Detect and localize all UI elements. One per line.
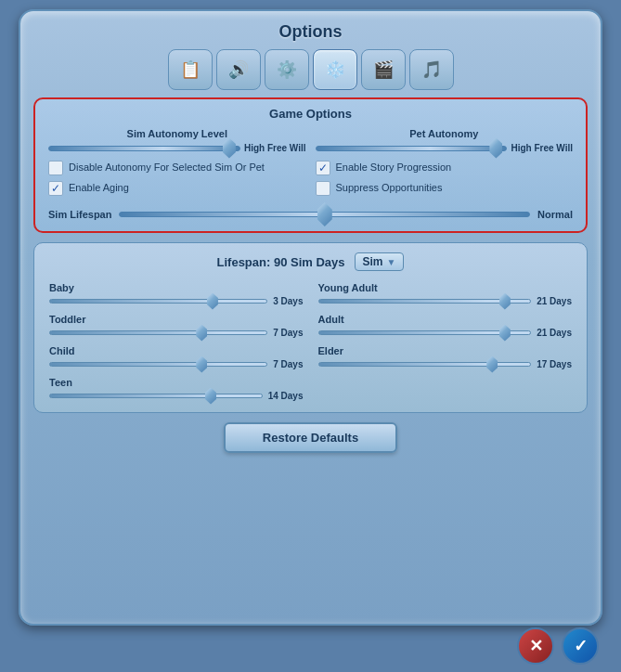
age-days-adult: 21 Days — [537, 328, 572, 338]
go-col-left: Sim Autonomy Level High Free Will Disabl… — [48, 128, 306, 201]
age-days-child: 7 Days — [273, 359, 303, 369]
sim-lifespan-label: Sim Lifespan — [48, 209, 111, 220]
age-name-young-adult: Young Adult — [318, 282, 573, 293]
age-slider-adult: 21 Days — [318, 328, 573, 338]
sim-dropdown[interactable]: Sim ▼ — [355, 252, 405, 271]
pet-autonomy-track[interactable] — [316, 146, 508, 151]
game-options-title: Game Options — [48, 107, 573, 121]
age-thumb-teen[interactable] — [205, 388, 216, 405]
age-item-empty — [318, 377, 573, 401]
tab-general[interactable]: 📋 — [168, 49, 213, 90]
age-name-elder: Elder — [318, 345, 573, 356]
cancel-button[interactable]: ✕ — [517, 627, 554, 665]
age-item-adult: Adult 21 Days — [318, 314, 573, 338]
pet-autonomy-value: High Free Will — [511, 143, 573, 153]
enable-story-checkbox[interactable]: ✓ — [316, 161, 330, 175]
sim-autonomy-slider-row: High Free Will — [48, 143, 306, 153]
title-bar: Options — [20, 11, 601, 49]
age-slider-teen: 14 Days — [49, 391, 304, 401]
page-title: Options — [279, 22, 343, 41]
age-thumb-young-adult[interactable] — [499, 293, 511, 310]
age-thumb-adult[interactable] — [499, 325, 511, 342]
age-name-toddler: Toddler — [49, 314, 304, 325]
age-item-toddler: Toddler 7 Days — [49, 314, 304, 338]
lifespan-header: Lifespan: 90 Sim Days Sim ▼ — [49, 252, 572, 271]
age-days-young-adult: 21 Days — [537, 296, 572, 306]
disable-autonomy-checkbox[interactable] — [48, 161, 63, 175]
tab-bar: 📋 🔊 ⚙️ ❄️ 🎬 🎵 — [20, 49, 601, 97]
age-slider-elder: 17 Days — [318, 359, 573, 369]
age-thumb-toddler[interactable] — [196, 325, 207, 342]
age-track-elder[interactable] — [318, 362, 532, 367]
age-thumb-child[interactable] — [196, 356, 207, 373]
age-item-baby: Baby 3 Days — [49, 282, 304, 306]
cancel-icon: ✕ — [529, 636, 543, 656]
age-item-teen: Teen 14 Days — [49, 377, 304, 401]
tab-snowflake[interactable]: ❄️ — [313, 49, 357, 90]
tab-settings[interactable]: ⚙️ — [265, 49, 309, 90]
sim-autonomy-thumb[interactable] — [223, 138, 236, 159]
age-name-baby: Baby — [49, 282, 304, 293]
sim-lifespan-value: Normal — [537, 209, 573, 220]
confirm-button[interactable]: ✓ — [562, 627, 599, 665]
main-panel: Options 📋 🔊 ⚙️ ❄️ 🎬 🎵 Game Options Sim A… — [19, 9, 602, 626]
disable-autonomy-label: Disable Autonomy For Selected Sim Or Pet — [69, 161, 265, 174]
age-track-toddler[interactable] — [49, 330, 267, 335]
age-track-young-adult[interactable] — [318, 299, 532, 304]
restore-defaults-button[interactable]: Restore Defaults — [224, 422, 397, 453]
age-days-elder: 17 Days — [537, 359, 572, 369]
age-days-baby: 3 Days — [273, 296, 303, 306]
dropdown-arrow-icon: ▼ — [387, 257, 396, 267]
age-slider-toddler: 7 Days — [49, 328, 304, 338]
lifespan-section: Lifespan: 90 Sim Days Sim ▼ Baby 3 Days … — [33, 242, 588, 413]
age-thumb-elder[interactable] — [486, 356, 498, 373]
pet-autonomy-label: Pet Autonomy — [316, 128, 574, 139]
lifespan-header-text: Lifespan: 90 Sim Days — [217, 255, 345, 269]
enable-story-label: Enable Story Progression — [336, 161, 452, 174]
restore-row: Restore Defaults — [20, 422, 601, 453]
pet-autonomy-thumb[interactable] — [489, 138, 502, 159]
age-grid: Baby 3 Days Young Adult 21 Days — [49, 282, 572, 401]
enable-story-row: ✓ Enable Story Progression — [316, 161, 574, 175]
sim-autonomy-value: High Free Will — [244, 143, 306, 153]
age-name-child: Child — [49, 345, 304, 356]
go-columns: Sim Autonomy Level High Free Will Disabl… — [48, 128, 573, 201]
age-track-adult[interactable] — [318, 330, 532, 335]
age-days-teen: 14 Days — [268, 391, 304, 401]
age-slider-young-adult: 21 Days — [318, 296, 573, 306]
age-track-baby[interactable] — [49, 299, 267, 304]
sim-autonomy-label: Sim Autonomy Level — [48, 128, 306, 139]
go-col-right: Pet Autonomy High Free Will ✓ Enable Sto… — [316, 128, 574, 201]
age-item-young-adult: Young Adult 21 Days — [318, 282, 573, 306]
enable-aging-row: ✓ Enable Aging — [48, 181, 306, 196]
tab-audio[interactable]: 🔊 — [216, 49, 261, 90]
age-name-adult: Adult — [318, 314, 573, 325]
sim-dropdown-value: Sim — [363, 255, 383, 268]
pet-autonomy-slider-row: High Free Will — [316, 143, 574, 153]
game-options-box: Game Options Sim Autonomy Level High Fre… — [33, 97, 588, 233]
age-slider-baby: 3 Days — [49, 296, 304, 306]
bottom-bar: ✕ ✓ — [517, 627, 599, 665]
suppress-opportunities-checkbox[interactable] — [316, 181, 330, 196]
disable-autonomy-row: Disable Autonomy For Selected Sim Or Pet — [48, 161, 306, 175]
age-slider-child: 7 Days — [49, 359, 304, 369]
enable-aging-checkbox[interactable]: ✓ — [48, 181, 63, 196]
tab-video[interactable]: 🎬 — [361, 49, 406, 90]
suppress-opportunities-row: Suppress Opportunities — [316, 181, 574, 196]
age-track-child[interactable] — [49, 362, 267, 367]
age-thumb-baby[interactable] — [207, 293, 218, 310]
sim-lifespan-thumb[interactable] — [317, 202, 332, 226]
sim-autonomy-track[interactable] — [48, 146, 240, 151]
age-days-toddler: 7 Days — [273, 328, 303, 338]
age-track-teen[interactable] — [49, 394, 263, 398]
suppress-opportunities-label: Suppress Opportunities — [336, 181, 443, 194]
age-item-child: Child 7 Days — [49, 345, 304, 369]
sim-lifespan-track[interactable] — [119, 212, 530, 217]
sim-lifespan-row: Sim Lifespan Normal — [48, 209, 573, 220]
age-name-teen: Teen — [49, 377, 304, 388]
age-item-elder: Elder 17 Days — [318, 345, 573, 369]
enable-aging-label: Enable Aging — [69, 181, 129, 194]
confirm-icon: ✓ — [574, 636, 588, 656]
tab-music[interactable]: 🎵 — [409, 49, 454, 90]
